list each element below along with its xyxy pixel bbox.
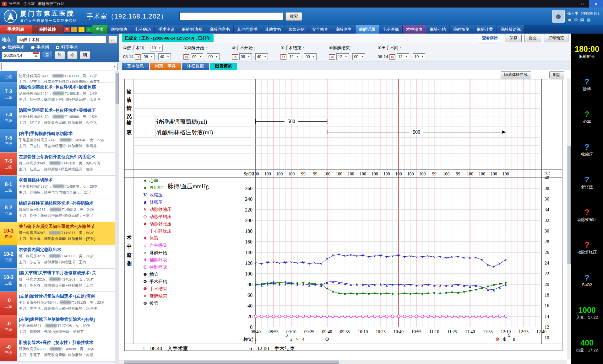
tab-麻醉小结[interactable]: 麻醉小结 bbox=[426, 25, 450, 34]
surgery-level: 三级 bbox=[5, 95, 12, 100]
hour-select[interactable]: 09▼ bbox=[191, 53, 203, 60]
tab-麻醉同意书[interactable]: 麻醉同意书 bbox=[206, 25, 234, 34]
tab-麻醉前访视[interactable]: 麻醉前访视 bbox=[178, 25, 206, 34]
record-subtab-用药、事件[interactable]: 用药、事件 bbox=[150, 63, 181, 70]
tab-surgery-list[interactable]: 手术列表 bbox=[0, 25, 32, 34]
surgery-list-item[interactable]: 7-3三级隐匿性阴茎延长术+包皮环切术+嵌顿包茎泌尿外科病房3424，T1490… bbox=[0, 83, 115, 106]
chart-button-刷新[interactable]: 刷新 bbox=[549, 71, 564, 78]
tab-风险评估[interactable]: 风险评估 bbox=[285, 25, 308, 34]
notebook-icon[interactable]: ▤ bbox=[580, 18, 584, 22]
tab-电子病历[interactable]: 电子病历 bbox=[131, 25, 155, 34]
search-button[interactable]: 搜索 bbox=[285, 12, 302, 21]
close-button[interactable]: ✕ bbox=[589, 0, 603, 8]
chart-vertical-scrollbar[interactable] bbox=[567, 78, 571, 359]
tab-术中输血[interactable]: 术中输血 bbox=[403, 25, 426, 34]
surgery-filter-select[interactable]: ▼ bbox=[1, 63, 118, 70]
date-button-昨[interactable]: 昨 bbox=[55, 51, 65, 59]
date-button-明[interactable]: 明 bbox=[80, 51, 90, 59]
location-input[interactable]: 麻醉手术科 bbox=[17, 36, 106, 44]
radio-我的手术[interactable]: 我的手术 bbox=[2, 45, 24, 50]
room-select[interactable]: 10▼ bbox=[150, 45, 163, 51]
close-panel-icon[interactable]: ✕ bbox=[64, 27, 70, 32]
chart-horizontal-scrollbar[interactable] bbox=[119, 360, 567, 364]
surgery-level: 三级 bbox=[5, 211, 12, 216]
surgery-room-badge: 8-1三级 bbox=[0, 176, 17, 199]
surgery-list-item[interactable]: 8-1三级双侧扁桃体切除术耳鼻喉科病房3734，T148976，女，26岁主刀：… bbox=[0, 176, 115, 199]
calendar-icon[interactable]: 15 bbox=[280, 54, 286, 60]
colon-separator: : bbox=[156, 54, 157, 59]
chart-button-隐藏体征曲线[interactable]: 隐藏体征曲线 bbox=[501, 71, 531, 78]
tab-主页[interactable]: 主页 bbox=[92, 25, 108, 34]
tab-麻醉后访视[interactable]: 麻醉后访视 bbox=[497, 25, 524, 34]
orange-square-icon[interactable] bbox=[71, 27, 77, 32]
tab-麻醉记录[interactable]: 麻醉记录 bbox=[356, 25, 379, 34]
record-button-查看病历[interactable]: 查看病历 bbox=[478, 34, 502, 42]
minute-select[interactable]: 40▼ bbox=[158, 53, 171, 60]
hour-select[interactable]: 09▼ bbox=[239, 53, 252, 60]
maximize-button[interactable]: □ bbox=[575, 0, 589, 8]
global-search-input[interactable] bbox=[179, 12, 283, 21]
date-button-今[interactable]: 今 bbox=[67, 51, 78, 59]
surgery-list-item[interactable]: -0三级[左侧]腹腔镜下单侧输卵管切除术+[右侧]妇科病房3541，T12749… bbox=[0, 315, 115, 338]
tab-麻醉恢复[interactable]: 麻醉恢复 bbox=[450, 25, 473, 34]
calendar-icon[interactable]: 15 bbox=[389, 54, 395, 60]
hour-select[interactable]: 08▼ bbox=[142, 53, 155, 60]
surgery-list-item[interactable]: 7-5三级[右手]手拇指多指畸形切除术手足显微外科病房6307，T149046，… bbox=[0, 129, 115, 153]
surgery-list-item[interactable]: 10-3三级[膝关节镜]关节镜下半月板修整成形术+关骨一科病房3215，T140… bbox=[0, 269, 115, 292]
surgery-list-item[interactable]: 10-1四级关节镜下左后交叉韧带重建术+[左膝关节骨一科病房3207，T1458… bbox=[0, 222, 115, 245]
svg-text:V: V bbox=[356, 254, 358, 258]
tab-安全核查[interactable]: 安全核查 bbox=[308, 25, 332, 34]
user-icon[interactable]: ☻ bbox=[567, 18, 572, 22]
calendar-icon[interactable]: 15 bbox=[183, 54, 189, 60]
hour-select[interactable]: 12▼ bbox=[336, 53, 349, 60]
radio-科室手术[interactable]: 科室手术 bbox=[56, 45, 78, 50]
chart-vscroll-thumb[interactable] bbox=[568, 146, 571, 264]
record-subtab-图表预览[interactable]: 图表预览 bbox=[210, 63, 237, 70]
user-avatar[interactable]: ☻ bbox=[552, 10, 565, 23]
surgery-list-item[interactable]: 10-2三级右锁骨内固定物取出术骨一科病房3219，T149003，男，38岁主… bbox=[0, 245, 115, 269]
yellow-square-icon[interactable] bbox=[79, 27, 84, 32]
tab-其他文书[interactable]: 其他文书 bbox=[261, 25, 285, 34]
record-button-提交[interactable]: 提交 bbox=[524, 34, 541, 42]
surgery-list-item[interactable]: -0三级肛瘘切除术+高位（复杂性）肛瘘挂线术肛肠科病房N203，T149098，… bbox=[0, 338, 115, 361]
minute-select[interactable]: 00▼ bbox=[304, 53, 317, 60]
calendar-icon[interactable]: 15 bbox=[135, 54, 141, 60]
minimize-button[interactable]: ─ bbox=[562, 0, 575, 8]
record-subtab-体征数据[interactable]: 体征数据 bbox=[182, 63, 209, 70]
sidebar-scrollbar[interactable] bbox=[115, 71, 119, 364]
calendar-icon[interactable]: 15 bbox=[33, 52, 39, 58]
tab-手术申请[interactable]: 手术申请 bbox=[155, 25, 178, 34]
record-button-保存[interactable]: 保存 bbox=[505, 34, 522, 42]
minute-select[interactable]: 10▼ bbox=[413, 53, 425, 60]
tab-麻醉医生[interactable]: 麻醉医生 bbox=[332, 25, 356, 34]
calendar-icon[interactable]: 15 bbox=[329, 54, 335, 60]
tab-医技报告[interactable]: 医技报告 bbox=[108, 25, 131, 34]
grid-icon[interactable]: ▦ bbox=[587, 18, 591, 22]
hour-select[interactable]: 12▼ bbox=[288, 53, 300, 60]
hour-select[interactable]: 12▼ bbox=[397, 53, 409, 60]
sidebar-scrollbar-thumb[interactable] bbox=[116, 73, 119, 104]
date-input[interactable]: 2020/8/14 15 bbox=[2, 51, 40, 59]
date-button-刷[interactable]: 刷 bbox=[42, 51, 52, 59]
surgery-list-item[interactable]: 7-4三级隐匿性阴茎延长术+包皮环切术+显微镜下泌尿外科病房3470，T1489… bbox=[0, 106, 115, 129]
record-subtab-基本信息[interactable]: 基本信息 bbox=[122, 63, 149, 70]
calendar-icon[interactable]: 15 bbox=[232, 54, 238, 60]
minute-select[interactable]: 00▼ bbox=[352, 53, 365, 60]
minute-select[interactable]: 00▼ bbox=[207, 53, 220, 60]
surgery-list-item[interactable]: 7-5三级左肱骨髁上骨折切开复位克氏针内固定术骨二科病房3349，T149118… bbox=[0, 153, 115, 176]
surgery-list-item[interactable]: -0三级[左足]趾骨骨折复位内固定术+[左足]清创手足显微外科病房6344，T1… bbox=[0, 292, 115, 315]
minute-select[interactable]: 40▼ bbox=[255, 53, 268, 60]
tab-麻醉计费[interactable]: 麻醉计费 bbox=[473, 25, 497, 34]
tab-其他同意书[interactable]: 其他同意书 bbox=[234, 25, 261, 34]
scroll-left-icon[interactable]: < bbox=[86, 27, 92, 32]
gear-icon[interactable]: ⚙ bbox=[574, 18, 578, 22]
surgery-list-item[interactable]: 三级泌尿外科病房3411，T149000，男，12岁主刀：邬宇龙，蛛网膜下腔阻滞… bbox=[0, 71, 115, 83]
time-controls: 1512▼:00▼ bbox=[329, 53, 365, 60]
location-more-button[interactable]: … bbox=[108, 36, 117, 44]
surgery-list-item[interactable]: 8-2三级组织选择性直肠粘膜环切术+外痔切除术肛肠科病房N237，T149012… bbox=[0, 199, 115, 222]
tab-anesthesia-sedation[interactable]: 麻醉镇静 bbox=[32, 25, 63, 34]
radio-手术间[interactable]: 手术间 bbox=[31, 45, 49, 50]
record-button-打印预览[interactable]: 打印预览 bbox=[544, 34, 568, 42]
tab-电子医嘱[interactable]: 电子医嘱 bbox=[379, 25, 403, 34]
chart-hscroll-thumb[interactable] bbox=[124, 361, 339, 364]
